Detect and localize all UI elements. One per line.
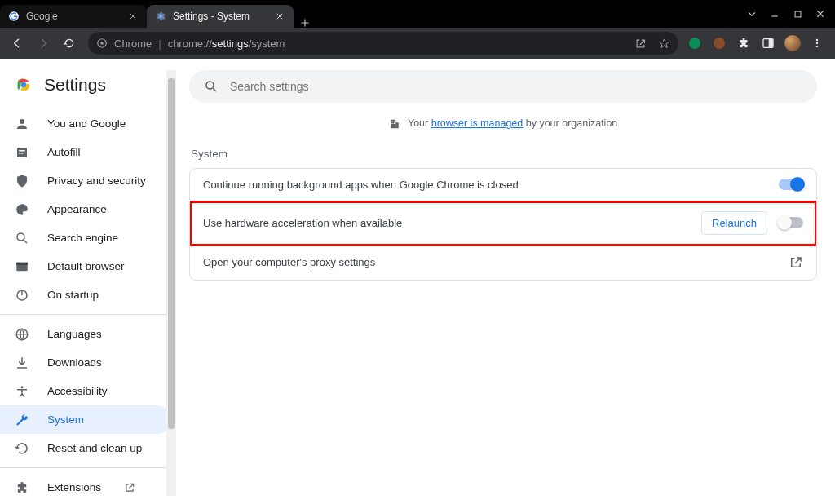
row-proxy-settings[interactable]: Open your computer's proxy settings xyxy=(190,245,816,280)
sidebar-item-appearance[interactable]: Appearance xyxy=(0,195,171,223)
address-url-suffix: /system xyxy=(249,38,285,50)
sidebar-item-label: Languages xyxy=(47,328,102,340)
profile-avatar[interactable] xyxy=(783,33,802,53)
new-tab-button[interactable] xyxy=(294,18,316,28)
chrome-info-icon xyxy=(96,38,108,49)
search-icon xyxy=(204,79,219,94)
toggle-background-apps[interactable] xyxy=(779,179,803,190)
managed-banner: Your browser is managed by your organiza… xyxy=(189,103,817,136)
window-controls xyxy=(740,0,835,28)
sidebar-item-system[interactable]: System xyxy=(0,405,171,434)
toggle-hardware-acceleration[interactable] xyxy=(779,217,803,228)
svg-point-9 xyxy=(816,39,818,41)
managed-suffix: by your organization xyxy=(523,117,617,129)
close-icon[interactable] xyxy=(274,11,285,22)
tab-google[interactable]: Google xyxy=(0,5,147,28)
scrollbar-thumb[interactable] xyxy=(168,78,175,429)
sidebar-item-label: Autofill xyxy=(47,146,81,158)
restore-icon xyxy=(15,441,29,456)
toolbar: Chrome | chrome://settings/system xyxy=(0,28,835,59)
settings-favicon-icon xyxy=(155,11,166,22)
google-favicon-icon xyxy=(8,11,20,22)
svg-rect-27 xyxy=(391,121,392,122)
row-label: Use hardware acceleration when available xyxy=(203,217,701,229)
address-url-prefix: chrome:// xyxy=(168,38,212,50)
bookmark-icon[interactable] xyxy=(658,38,670,50)
svg-point-23 xyxy=(21,386,24,388)
sidebar-item-you[interactable]: You and Google xyxy=(0,109,171,138)
autofill-icon xyxy=(15,145,29,160)
sidebar-item-languages[interactable]: Languages xyxy=(0,320,171,348)
address-bar[interactable]: Chrome | chrome://settings/system xyxy=(88,32,678,55)
svg-rect-16 xyxy=(19,150,25,152)
svg-point-10 xyxy=(816,42,818,44)
chevron-down-icon[interactable] xyxy=(740,0,763,28)
divider xyxy=(0,314,171,315)
svg-rect-29 xyxy=(391,123,392,124)
divider xyxy=(0,467,171,468)
svg-rect-28 xyxy=(394,121,395,122)
relaunch-button[interactable]: Relaunch xyxy=(701,211,767,235)
external-link-icon xyxy=(124,482,135,493)
tab-settings[interactable]: Settings - System xyxy=(147,5,294,28)
sidebar-item-default[interactable]: Default browser xyxy=(0,252,171,281)
shield-icon xyxy=(15,174,29,188)
download-icon xyxy=(15,356,29,370)
back-button[interactable] xyxy=(5,31,29,55)
address-url-bold: settings xyxy=(212,38,249,50)
search-input[interactable] xyxy=(230,80,802,93)
palette-icon xyxy=(15,202,29,217)
sidebar-item-accessibility[interactable]: Accessibility xyxy=(0,377,171,405)
content: Settings You and Google Autofill Privacy… xyxy=(0,59,835,504)
maximize-button[interactable] xyxy=(786,0,809,28)
scrollbar[interactable] xyxy=(166,70,176,496)
sidebar-item-autofill[interactable]: Autofill xyxy=(0,138,171,166)
share-icon[interactable] xyxy=(634,38,647,50)
nav-list: You and Google Autofill Privacy and secu… xyxy=(0,109,171,502)
sidebar-item-extensions[interactable]: Extensions xyxy=(0,473,171,502)
power-icon xyxy=(15,288,29,303)
tab-label: Settings - System xyxy=(173,11,267,22)
puzzle-icon xyxy=(15,480,29,495)
sidebar-item-label: You and Google xyxy=(47,117,126,130)
minimize-button[interactable] xyxy=(763,0,786,28)
side-panel-icon[interactable] xyxy=(758,33,778,53)
extensions-icon[interactable] xyxy=(734,33,753,53)
managed-link[interactable]: browser is managed xyxy=(431,117,524,129)
person-icon xyxy=(15,117,29,131)
sidebar-item-downloads[interactable]: Downloads xyxy=(0,348,171,377)
menu-icon[interactable] xyxy=(807,33,827,53)
external-link-icon xyxy=(789,255,803,270)
reload-button[interactable] xyxy=(57,31,82,55)
sidebar-item-search[interactable]: Search engine xyxy=(0,223,171,252)
sidebar-item-label: Privacy and security xyxy=(47,175,146,187)
page-title: Settings xyxy=(44,75,106,95)
section-title: System xyxy=(189,136,817,168)
close-window-button[interactable] xyxy=(809,0,832,28)
row-label: Open your computer's proxy settings xyxy=(203,256,789,268)
forward-button[interactable] xyxy=(31,31,55,55)
row-background-apps: Continue running background apps when Go… xyxy=(190,169,816,201)
managed-prefix: Your xyxy=(408,117,431,129)
search-icon xyxy=(15,231,29,245)
close-icon[interactable] xyxy=(127,11,139,22)
search-settings[interactable] xyxy=(189,70,817,103)
row-label: Continue running background apps when Go… xyxy=(203,179,779,191)
address-chrome-label: Chrome xyxy=(114,38,152,50)
sidebar-item-startup[interactable]: On startup xyxy=(0,281,171,309)
titlebar: Google Settings - System xyxy=(0,0,835,28)
sidebar-item-reset[interactable]: Reset and clean up xyxy=(0,434,171,462)
sidebar-item-label: Default browser xyxy=(47,260,125,272)
sidebar-item-privacy[interactable]: Privacy and security xyxy=(0,166,171,195)
globe-icon xyxy=(15,327,29,342)
svg-point-18 xyxy=(17,233,24,241)
accessibility-icon xyxy=(15,384,29,399)
svg-rect-8 xyxy=(769,39,773,48)
sidebar-item-label: Search engine xyxy=(47,232,118,244)
svg-rect-2 xyxy=(795,11,801,17)
sidebar-item-label: Downloads xyxy=(47,356,102,369)
svg-rect-26 xyxy=(395,122,399,128)
main: Your browser is managed by your organiza… xyxy=(171,59,835,504)
ext-icon-2[interactable] xyxy=(709,33,729,53)
ext-icon-1[interactable] xyxy=(685,33,705,53)
